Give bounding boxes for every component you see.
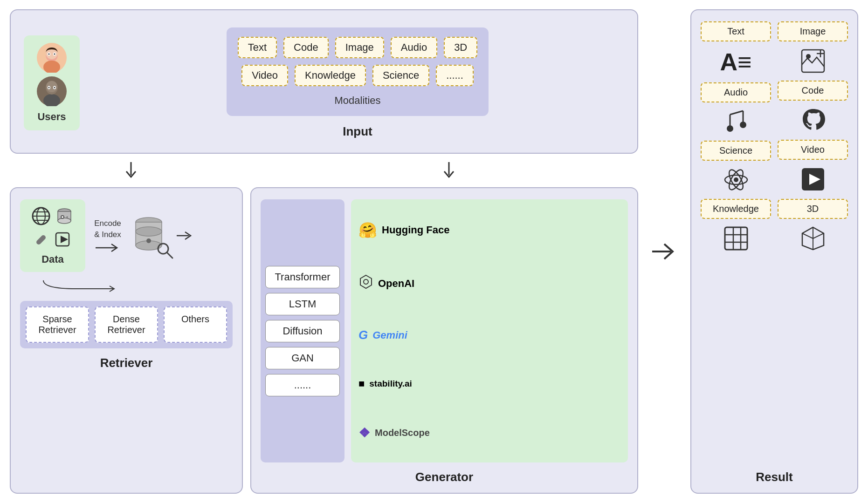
svg-line-65: [813, 233, 824, 238]
modalities-box: Text Code Image Audio 3D Video Knowledge…: [227, 27, 489, 116]
model-diffusion: Diffusion: [265, 320, 340, 342]
gen-models-box: Transformer LSTM Diffusion GAN ......: [261, 199, 344, 462]
svg-point-57: [806, 54, 811, 59]
svg-point-45: [727, 125, 733, 132]
result-image-tag: Image: [778, 21, 848, 41]
modality-video: Video: [241, 65, 288, 86]
svg-point-50: [734, 177, 738, 182]
svg-line-38: [167, 252, 172, 258]
svg-point-28: [67, 217, 68, 218]
svg-point-40: [364, 279, 368, 284]
input-panel-inner: Text Code Image Audio 3D Video Knowledge…: [91, 27, 624, 139]
others-tag: Others: [164, 306, 227, 343]
svg-line-64: [802, 233, 813, 238]
db-box: [130, 214, 167, 258]
svg-point-6: [48, 54, 50, 55]
modality-audio: Audio: [391, 37, 437, 58]
modality-others: ......: [436, 65, 474, 86]
users-box: Users: [24, 35, 80, 130]
huggingface-label: Hugging Face: [382, 224, 449, 236]
github-icon: [801, 107, 825, 133]
svg-point-46: [740, 122, 746, 128]
stability-icon: ■: [358, 378, 365, 390]
database-icon: [54, 206, 75, 226]
3d-cube-icon: [800, 225, 826, 252]
result-knowledge-tag: Knowledge: [701, 199, 771, 219]
modality-knowledge: Knowledge: [295, 65, 366, 86]
logo-stability: ■ stability.ai: [358, 378, 620, 390]
svg-point-15: [54, 87, 55, 88]
gemini-icon: G: [358, 328, 368, 342]
arrow-down-generator: [260, 161, 638, 180]
model-more: ......: [265, 374, 340, 396]
modalities-row-2: Video Knowledge Science ......: [238, 65, 478, 86]
modality-text: Text: [238, 37, 277, 58]
svg-rect-51: [725, 227, 747, 250]
magnify-icon: [156, 241, 174, 260]
generator-panel: Transformer LSTM Diffusion GAN ...... 🤗 …: [250, 187, 638, 494]
result-video-tag: Video: [778, 140, 848, 160]
model-gan: GAN: [265, 347, 340, 369]
arrow-down-retriever: [10, 161, 252, 180]
pill-icon: [31, 229, 51, 250]
modalities-row-1: Text Code Image Audio 3D: [238, 37, 478, 58]
bottom-panels: Data Encode& Index: [10, 187, 638, 494]
avatar-male: [37, 76, 67, 106]
retriever-title: Retriever: [20, 356, 233, 370]
right-arrow-to-gen-icon: [176, 230, 194, 241]
modality-science: Science: [372, 65, 429, 86]
result-science-tag: Science: [701, 141, 771, 161]
result-code-tag: Code: [778, 81, 848, 101]
svg-rect-29: [35, 234, 47, 245]
atom-icon: [723, 167, 749, 192]
gemini-label: Gemini: [372, 329, 407, 341]
result-title: Result: [701, 470, 848, 484]
logo-openai: OpenAI: [358, 274, 620, 292]
svg-point-36: [146, 238, 151, 243]
result-text-tag: Text: [701, 21, 771, 41]
stability-label: stability.ai: [369, 379, 412, 389]
gen-logos-box: 🤗 Hugging Face OpenAI: [351, 199, 628, 462]
generator-title: Generator: [261, 470, 628, 484]
right-arrow-encode-icon: [94, 242, 122, 253]
video-icon: [54, 229, 75, 250]
data-label: Data: [41, 253, 64, 265]
svg-point-25: [58, 218, 71, 224]
modelscope-icon: ❖: [358, 425, 370, 441]
generator-inner: Transformer LSTM Diffusion GAN ...... 🤗 …: [261, 199, 628, 462]
globe-icon: [31, 206, 51, 226]
arrow-row: [10, 161, 638, 180]
table-icon: [723, 225, 749, 252]
down-arrow-generator-icon: [440, 161, 458, 180]
main-container: Users Text Code Image Audio 3D Video Kno…: [10, 9, 858, 494]
modalities-label: Modalities: [238, 95, 478, 107]
arrow-to-retriever: [176, 230, 194, 241]
avatar-female: [37, 43, 67, 73]
modality-image: Image: [335, 37, 384, 58]
svg-line-42: [730, 111, 743, 115]
modality-3d: 3D: [444, 37, 477, 58]
retriever-top: Data Encode& Index: [20, 199, 233, 272]
arrow-to-result: [647, 9, 682, 494]
curve-arrow-area: [20, 279, 233, 293]
video-play-icon: [800, 166, 826, 192]
sparse-retriever-tag: SparseRetriever: [26, 306, 89, 343]
retriever-bottom-wrapper: SparseRetriever DenseRetriever Others: [20, 301, 233, 348]
logo-huggingface: 🤗 Hugging Face: [358, 221, 620, 239]
model-transformer: Transformer: [265, 266, 340, 288]
result-col-icons: Image Code Video 3D: [778, 21, 848, 465]
logo-modelscope: ❖ ModelScope: [358, 425, 620, 441]
text-icon: A≡: [720, 48, 752, 76]
input-panel: Users Text Code Image Audio 3D Video Kno…: [10, 9, 638, 154]
retriever-panel: Data Encode& Index: [10, 187, 243, 494]
huggingface-icon: 🤗: [358, 221, 377, 239]
svg-point-7: [54, 54, 55, 55]
svg-point-27: [62, 216, 63, 218]
result-audio-tag: Audio: [701, 82, 771, 102]
image-icon: [800, 48, 826, 74]
result-grid: Text A≡ Audio Science Knowledge: [701, 21, 848, 465]
modality-code: Code: [283, 37, 329, 58]
right-arrow-result-icon: [650, 238, 678, 265]
svg-point-14: [48, 87, 50, 88]
modelscope-label: ModelScope: [375, 428, 430, 438]
